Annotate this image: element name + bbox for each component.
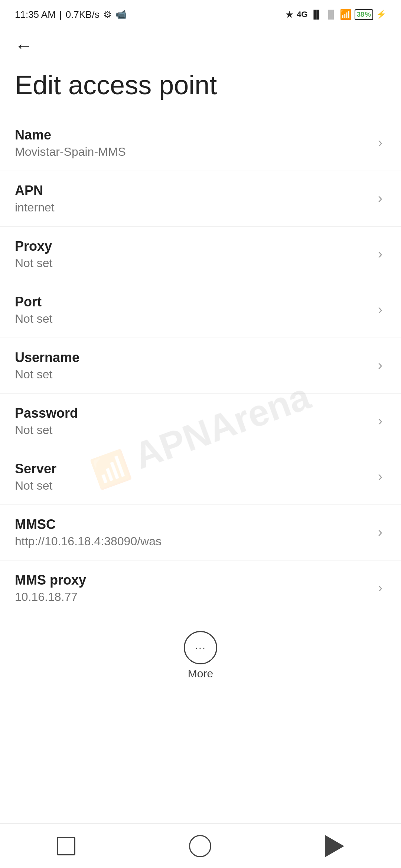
chevron-icon-port: › — [378, 302, 382, 318]
nav-recents-icon — [57, 837, 75, 855]
settings-value-server: Not set — [15, 479, 371, 493]
settings-item-username-content: Username Not set — [15, 350, 371, 381]
settings-value-apn: internet — [15, 201, 371, 214]
settings-label-server: Server — [15, 461, 371, 477]
settings-icon: ⚙ — [103, 9, 112, 20]
settings-item-proxy-content: Proxy Not set — [15, 239, 371, 270]
back-button[interactable]: ← — [0, 26, 401, 62]
settings-item-mmsc-content: MMSC http://10.16.18.4:38090/was — [15, 517, 371, 548]
chevron-icon-server: › — [378, 469, 382, 484]
settings-item-port[interactable]: Port Not set › — [0, 282, 401, 338]
settings-item-apn-content: APN internet — [15, 183, 371, 214]
wifi-icon: 📶 — [340, 9, 352, 20]
signal-bars-icon: ▐▌ — [311, 10, 322, 19]
nav-back-icon — [325, 835, 344, 857]
status-left: 11:35 AM | 0.7KB/s ⚙ 📹 — [15, 9, 127, 20]
nav-back-button[interactable] — [325, 835, 344, 857]
settings-label-username: Username — [15, 350, 371, 365]
chevron-icon-mmsc: › — [378, 525, 382, 540]
video-icon: 📹 — [115, 9, 127, 20]
speed-display: | — [59, 9, 62, 20]
chevron-icon-proxy: › — [378, 246, 382, 262]
settings-value-password: Not set — [15, 423, 371, 437]
settings-value-port: Not set — [15, 312, 371, 326]
settings-item-username[interactable]: Username Not set › — [0, 338, 401, 394]
settings-label-apn: APN — [15, 183, 371, 198]
nav-recents-button[interactable] — [57, 837, 75, 855]
settings-label-mms-proxy: MMS proxy — [15, 572, 371, 588]
settings-label-port: Port — [15, 294, 371, 310]
speed-value: 0.7KB/s — [66, 9, 100, 20]
chevron-icon-apn: › — [378, 191, 382, 206]
settings-item-name[interactable]: Name Movistar-Spain-MMS › — [0, 115, 401, 171]
more-button[interactable]: ··· More — [184, 631, 217, 680]
settings-item-password-content: Password Not set — [15, 405, 371, 437]
nav-bar — [0, 823, 401, 868]
settings-scroll-container: Name Movistar-Spain-MMS › APN internet ›… — [0, 115, 401, 769]
settings-item-server[interactable]: Server Not set › — [0, 449, 401, 505]
more-label: More — [188, 667, 213, 680]
settings-value-mms-proxy: 10.16.18.77 — [15, 590, 371, 604]
more-dots-icon: ··· — [184, 631, 217, 664]
nav-home-button[interactable] — [189, 835, 211, 857]
status-bar: 11:35 AM | 0.7KB/s ⚙ 📹 ★ 4G ▐▌ ▐▌ 📶 38% … — [0, 0, 401, 26]
settings-value-username: Not set — [15, 368, 371, 381]
nav-home-icon — [189, 835, 211, 857]
signal-4g-icon: 4G — [297, 10, 307, 19]
back-arrow-icon: ← — [15, 37, 33, 55]
settings-label-name: Name — [15, 127, 371, 143]
settings-item-server-content: Server Not set — [15, 461, 371, 493]
settings-label-proxy: Proxy — [15, 239, 371, 254]
settings-value-proxy: Not set — [15, 256, 371, 270]
settings-item-name-content: Name Movistar-Spain-MMS — [15, 127, 371, 159]
page-title: Edit access point — [0, 62, 401, 115]
signal-bars2-icon: ▐▌ — [325, 10, 337, 19]
more-section: ··· More — [0, 616, 401, 695]
bluetooth-icon: ★ — [285, 9, 294, 20]
settings-value-mmsc: http://10.16.18.4:38090/was — [15, 535, 371, 548]
settings-item-password[interactable]: Password Not set › — [0, 394, 401, 449]
battery-icon: 38% — [355, 9, 373, 20]
settings-item-port-content: Port Not set — [15, 294, 371, 326]
settings-item-apn[interactable]: APN internet › — [0, 171, 401, 227]
status-right: ★ 4G ▐▌ ▐▌ 📶 38% ⚡ — [285, 9, 386, 20]
chevron-icon-name: › — [378, 135, 382, 151]
settings-item-proxy[interactable]: Proxy Not set › — [0, 227, 401, 282]
settings-label-password: Password — [15, 405, 371, 421]
settings-item-mms-proxy-content: MMS proxy 10.16.18.77 — [15, 572, 371, 604]
chevron-icon-username: › — [378, 358, 382, 373]
settings-item-mmsc[interactable]: MMSC http://10.16.18.4:38090/was › — [0, 505, 401, 560]
chevron-icon-password: › — [378, 413, 382, 429]
settings-list: Name Movistar-Spain-MMS › APN internet ›… — [0, 115, 401, 616]
chevron-icon-mms-proxy: › — [378, 580, 382, 596]
time-display: 11:35 AM — [15, 9, 56, 20]
settings-item-mms-proxy[interactable]: MMS proxy 10.16.18.77 › — [0, 560, 401, 616]
charging-icon: ⚡ — [376, 10, 386, 19]
settings-value-name: Movistar-Spain-MMS — [15, 145, 371, 159]
settings-label-mmsc: MMSC — [15, 517, 371, 532]
